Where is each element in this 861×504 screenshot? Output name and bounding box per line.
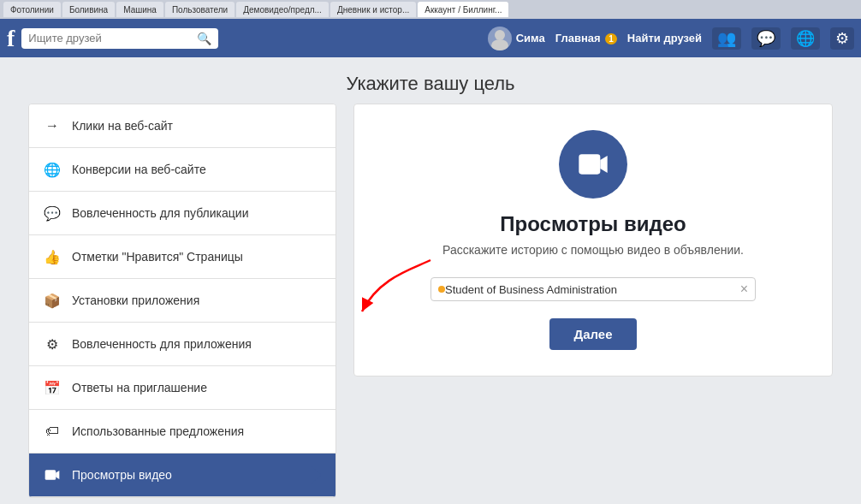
find-friends-link[interactable]: Найти друзей	[627, 32, 702, 44]
cursor-icon: →	[43, 116, 62, 135]
next-button[interactable]: Далее	[549, 318, 636, 350]
svg-marker-5	[600, 156, 607, 173]
sidebar-item-label: Ответы на приглашение	[72, 381, 207, 394]
sidebar-item-installs[interactable]: 📦 Установки приложения	[29, 279, 335, 323]
svg-rect-2	[45, 470, 56, 480]
sidebar-item-video[interactable]: Просмотры видео	[29, 454, 335, 497]
sidebar-item-clicks[interactable]: → Клики на веб-сайт	[29, 104, 335, 148]
sidebar-item-rsvp[interactable]: 📅 Ответы на приглашение	[29, 366, 335, 410]
svg-point-1	[491, 39, 508, 50]
tag-input-area[interactable]: Student of Business Administration ×	[430, 277, 756, 301]
page-title: Укажите вашу цель	[0, 57, 861, 104]
user-name: Сима	[516, 32, 545, 44]
top-nav: f 🔍 Сима Главная 1 Найти друзей 👥 💬 🌐 ⚙	[0, 19, 861, 57]
card-subtitle: Расскажите историю с помощью видео в объ…	[442, 243, 744, 257]
sidebar: → Клики на веб-сайт 🌐 Конверсии на веб-с…	[28, 104, 336, 498]
tag-icon: 🏷	[43, 422, 62, 441]
globe-icon[interactable]: 🌐	[791, 27, 820, 50]
home-badge: 1	[605, 33, 617, 44]
sidebar-item-label: Отметки "Нравится" Страницы	[72, 250, 243, 264]
box-icon: 📦	[43, 291, 62, 310]
globe-icon: 🌐	[43, 160, 62, 179]
browser-tab-3[interactable]: Машина	[116, 2, 163, 17]
svg-marker-3	[56, 471, 59, 479]
nav-user[interactable]: Сима	[488, 27, 545, 50]
browser-tab-2[interactable]: Боливина	[62, 2, 115, 17]
sidebar-item-engagement[interactable]: 💬 Вовлеченность для публикации	[29, 192, 335, 235]
search-bar[interactable]: 🔍	[21, 28, 218, 49]
sidebar-item-label: Вовлеченность для приложения	[72, 337, 252, 351]
sidebar-item-label: Конверсии на веб-сайте	[72, 163, 206, 176]
friends-icon[interactable]: 👥	[712, 27, 741, 50]
sidebar-item-conversions[interactable]: 🌐 Конверсии на веб-сайте	[29, 148, 335, 192]
avatar	[488, 27, 512, 50]
chat-icon: 💬	[43, 204, 62, 222]
browser-tabs: Фотолинии Боливина Машина Пользователи Д…	[0, 0, 861, 19]
nav-right: Сима Главная 1 Найти друзей 👥 💬 🌐 ⚙	[488, 27, 854, 50]
calendar-icon: 📅	[43, 378, 62, 397]
right-panel: Просмотры видео Расскажите историю с пом…	[336, 104, 833, 498]
sidebar-item-likes[interactable]: 👍 Отметки "Нравится" Страницы	[29, 235, 335, 279]
settings-icon[interactable]: ⚙	[830, 27, 854, 50]
sidebar-active-arrow	[312, 466, 322, 483]
card-title: Просмотры видео	[500, 212, 686, 236]
video-icon-circle	[559, 130, 627, 199]
video-camera-icon	[576, 147, 610, 181]
sidebar-item-label: Использованные предложения	[72, 424, 244, 438]
svg-rect-4	[579, 154, 600, 174]
main-content: → Клики на веб-сайт 🌐 Конверсии на веб-с…	[20, 104, 841, 504]
sidebar-item-label: Установки приложения	[72, 294, 199, 307]
search-input[interactable]	[28, 32, 197, 44]
tag-dot	[438, 286, 445, 293]
tag-close-button[interactable]: ×	[740, 282, 748, 297]
sidebar-item-label: Клики на веб-сайт	[72, 119, 173, 133]
home-link[interactable]: Главная 1	[555, 32, 617, 44]
facebook-logo: f	[7, 27, 15, 50]
card-inner: Просмотры видео Расскажите историю с пом…	[380, 130, 806, 350]
browser-tab-4[interactable]: Пользователи	[165, 2, 235, 17]
browser-tab-6[interactable]: Дневник и истор...	[330, 2, 416, 17]
ad-card: Просмотры видео Расскажите историю с пом…	[353, 104, 833, 377]
sidebar-item-label: Просмотры видео	[72, 468, 172, 482]
svg-point-0	[495, 30, 505, 40]
thumbup-icon: 👍	[43, 247, 62, 266]
sidebar-item-label: Вовлеченность для публикации	[72, 206, 248, 220]
browser-tab-1[interactable]: Фотолинии	[3, 2, 61, 17]
sidebar-item-app-engagement[interactable]: ⚙ Вовлеченность для приложения	[29, 323, 335, 366]
search-icon[interactable]: 🔍	[197, 32, 211, 45]
messages-icon[interactable]: 💬	[751, 27, 781, 50]
sidebar-item-offers[interactable]: 🏷 Использованные предложения	[29, 410, 335, 454]
browser-tab-5[interactable]: Демовидео/предл...	[236, 2, 329, 17]
video-icon	[43, 465, 62, 484]
browser-tab-7[interactable]: Аккаунт / Биллинг...	[418, 2, 508, 17]
tag-text: Student of Business Administration	[445, 283, 740, 296]
cog-icon: ⚙	[43, 335, 62, 353]
